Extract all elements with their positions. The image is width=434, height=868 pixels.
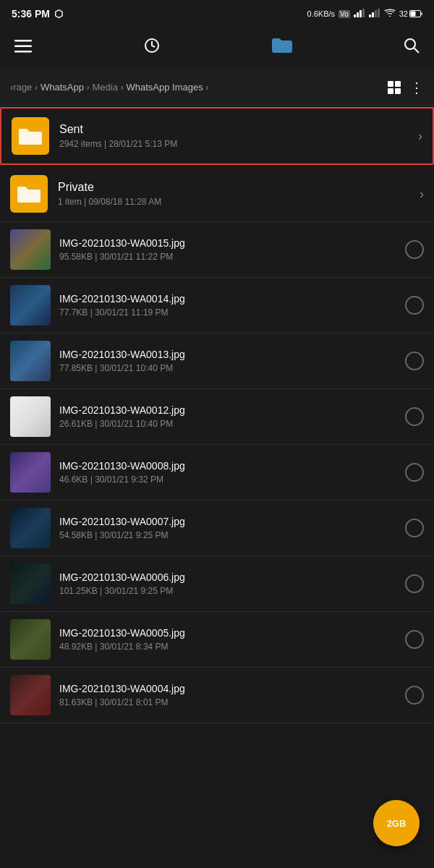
grid-view-button[interactable] [388,81,401,94]
more-options-button[interactable]: ⋮ [409,80,424,95]
file-meta-0: 95.58KB | 30/01/21 11:22 PM [59,252,399,262]
file-checkbox-5[interactable] [405,519,424,537]
svg-rect-3 [362,9,365,17]
file-info-5: IMG-20210130-WA0007.jpg 54.58KB | 30/01/… [51,516,399,540]
chevron-right-icon-private: › [420,187,424,202]
file-checkbox-8[interactable] [405,686,424,705]
file-name-1: IMG-20210130-WA0014.jpg [59,293,399,305]
file-item-0[interactable]: IMG-20210130-WA0015.jpg 95.58KB | 30/01/… [0,222,434,278]
file-checkbox-4[interactable] [405,463,424,482]
svg-rect-1 [357,12,359,17]
svg-rect-10 [411,12,416,17]
folder-icon-private [10,175,48,213]
svg-rect-12 [14,46,32,48]
folder-info-sent: Sent 2942 items | 28/01/21 5:13 PM [49,123,412,149]
status-indicators: 0.6KB/s Vo [307,9,422,20]
file-checkbox-7[interactable] [405,630,424,649]
file-name-0: IMG-20210130-WA0015.jpg [59,237,399,249]
file-item-5[interactable]: IMG-20210130-WA0007.jpg 54.58KB | 30/01/… [0,501,434,556]
fab-storage-button[interactable]: 2GB [373,800,420,846]
file-item-6[interactable]: IMG-20210130-WA0006.jpg 101.25KB | 30/01… [0,556,434,612]
fab-label: 2GB [387,818,407,829]
file-thumbnail-2 [10,341,51,381]
battery-icon: 32 [399,9,422,18]
file-info-4: IMG-20210130-WA0008.jpg 46.6KB | 30/01/2… [51,460,399,485]
signal-bars-icon [354,9,365,20]
file-name-3: IMG-20210130-WA0012.jpg [59,404,399,416]
file-item-1[interactable]: IMG-20210130-WA0014.jpg 77.7KB | 30/01/2… [0,278,434,333]
signal-bars2-icon [369,9,380,20]
folder-meta-private: 1 item | 09/08/18 11:28 AM [58,197,414,207]
svg-rect-9 [421,12,422,15]
folder-item-private[interactable]: Private 1 item | 09/08/18 11:28 AM › [0,166,434,222]
file-item-7[interactable]: IMG-20210130-WA0005.jpg 48.92KB | 30/01/… [0,612,434,668]
chevron-right-icon-sent: › [418,129,422,144]
file-meta-3: 26.61KB | 30/01/21 10:40 PM [59,419,399,429]
file-checkbox-2[interactable] [405,352,424,370]
file-meta-7: 48.92KB | 30/01/21 8:34 PM [59,642,399,652]
svg-rect-5 [372,12,374,17]
file-meta-2: 77.85KB | 30/01/21 10:40 PM [59,363,399,373]
search-button[interactable] [404,38,420,58]
top-navigation [0,26,434,69]
svg-rect-13 [14,51,32,53]
file-checkbox-3[interactable] [405,407,424,426]
folder-name-sent: Sent [59,123,412,136]
file-info-2: IMG-20210130-WA0013.jpg 77.85KB | 30/01/… [51,349,399,373]
file-meta-8: 81.63KB | 30/01/21 8:01 PM [59,697,399,707]
battery-level: 32 [399,9,408,18]
status-bar: 5:36 PM ⬡ 0.6KB/s Vo [0,0,434,26]
file-thumbnail-8 [10,675,51,715]
file-thumbnail-1 [10,285,51,326]
file-name-2: IMG-20210130-WA0013.jpg [59,349,399,360]
file-name-6: IMG-20210130-WA0006.jpg [59,571,399,583]
wifi-icon [384,9,396,20]
svg-point-15 [405,39,415,49]
svg-line-16 [414,48,420,54]
file-name-7: IMG-20210130-WA0005.jpg [59,627,399,639]
file-thumbnail-6 [10,563,51,604]
file-info-0: IMG-20210130-WA0015.jpg 95.58KB | 30/01/… [51,237,399,262]
file-name-5: IMG-20210130-WA0007.jpg [59,516,399,527]
file-checkbox-0[interactable] [405,240,424,259]
file-meta-1: 77.7KB | 30/01/21 11:19 PM [59,307,399,318]
file-info-3: IMG-20210130-WA0012.jpg 26.61KB | 30/01/… [51,404,399,429]
file-item-2[interactable]: IMG-20210130-WA0013.jpg 77.85KB | 30/01/… [0,333,434,389]
svg-rect-4 [369,14,371,17]
network-type: Vo [339,10,350,18]
file-item-3[interactable]: IMG-20210130-WA0012.jpg 26.61KB | 30/01/… [0,389,434,445]
file-name-4: IMG-20210130-WA0008.jpg [59,460,399,472]
svg-rect-6 [375,10,377,17]
file-name-8: IMG-20210130-WA0004.jpg [59,683,399,694]
folder-name-private: Private [58,181,414,194]
breadcrumb-whatsapp[interactable]: WhatsApp [41,82,84,93]
svg-rect-2 [359,10,362,17]
breadcrumb[interactable]: ›rage › WhatsApp › Media › WhatsApp Imag… [10,82,388,93]
menu-button[interactable] [14,38,32,57]
file-checkbox-6[interactable] [405,574,424,593]
file-meta-5: 54.58KB | 30/01/21 9:25 PM [59,530,399,540]
folder-icon-sent [12,117,49,155]
file-meta-6: 101.25KB | 30/01/21 9:25 PM [59,586,399,596]
file-thumbnail-5 [10,508,51,548]
svg-rect-0 [354,14,356,17]
folder-meta-sent: 2942 items | 28/01/21 5:13 PM [59,139,412,149]
folder-button[interactable] [272,38,292,58]
time-display: 5:36 PM [12,8,50,20]
file-thumbnail-3 [10,396,51,437]
file-thumbnail-4 [10,452,51,493]
breadcrumb-bar: ›rage › WhatsApp › Media › WhatsApp Imag… [0,69,434,106]
file-item-8[interactable]: IMG-20210130-WA0004.jpg 81.63KB | 30/01/… [0,668,434,723]
breadcrumb-whatsapp-images[interactable]: WhatsApp Images [126,82,203,93]
file-item-4[interactable]: IMG-20210130-WA0008.jpg 46.6KB | 30/01/2… [0,445,434,501]
file-list: Sent 2942 items | 28/01/21 5:13 PM › Pri… [0,107,434,723]
breadcrumb-actions: ⋮ [388,80,424,95]
folder-item-sent[interactable]: Sent 2942 items | 28/01/21 5:13 PM › [0,107,434,165]
file-info-7: IMG-20210130-WA0005.jpg 48.92KB | 30/01/… [51,627,399,652]
history-button[interactable] [143,37,161,59]
folder-info-private: Private 1 item | 09/08/18 11:28 AM [48,181,414,207]
status-time: 5:36 PM ⬡ [12,8,63,20]
file-checkbox-1[interactable] [405,296,424,315]
network-speed: 0.6KB/s [307,9,336,18]
svg-rect-11 [14,40,32,42]
